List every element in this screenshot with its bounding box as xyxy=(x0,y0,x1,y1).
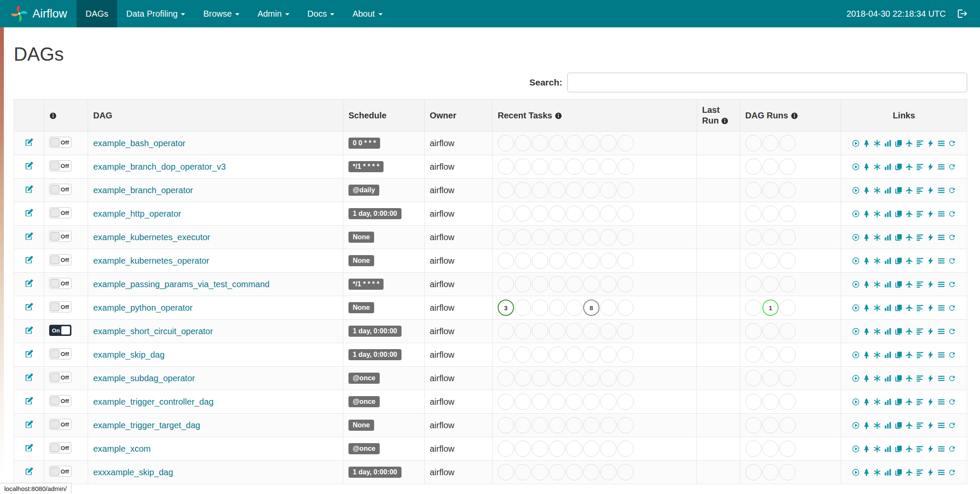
recent-task-circle[interactable] xyxy=(498,464,514,480)
dag-run-circle[interactable] xyxy=(779,206,796,222)
recent-task-circle[interactable] xyxy=(600,394,617,410)
recent-task-circle[interactable] xyxy=(566,300,582,316)
recent-task-circle[interactable] xyxy=(498,276,514,292)
code-view-link[interactable] xyxy=(927,210,935,218)
graph-view-link[interactable] xyxy=(873,398,881,406)
logs-link[interactable] xyxy=(937,280,945,288)
graph-view-link[interactable] xyxy=(873,374,881,382)
refresh-link[interactable] xyxy=(948,304,956,312)
task-tries-link[interactable] xyxy=(894,257,903,265)
gantt-view-link[interactable] xyxy=(916,327,924,335)
task-tries-link[interactable] xyxy=(894,186,903,194)
landing-times-link[interactable] xyxy=(905,398,913,406)
recent-task-circle[interactable] xyxy=(566,323,582,339)
task-duration-link[interactable] xyxy=(884,304,892,312)
dag-run-circle[interactable] xyxy=(745,394,762,410)
recent-task-circle[interactable] xyxy=(515,229,531,245)
gantt-view-link[interactable] xyxy=(916,304,924,312)
task-duration-link[interactable] xyxy=(884,351,892,359)
logs-link[interactable] xyxy=(937,327,945,335)
recent-task-circle[interactable] xyxy=(549,417,565,433)
edit-dag-button[interactable] xyxy=(24,373,34,382)
dag-run-circle[interactable] xyxy=(779,276,796,292)
recent-task-circle[interactable] xyxy=(617,464,634,480)
task-duration-link[interactable] xyxy=(884,445,892,453)
trigger-dag-link[interactable] xyxy=(852,233,860,241)
dag-pause-toggle[interactable]: Off xyxy=(49,184,71,195)
refresh-link[interactable] xyxy=(948,139,956,147)
recent-task-circle[interactable] xyxy=(515,417,531,433)
landing-times-link[interactable] xyxy=(905,210,913,218)
recent-task-circle[interactable] xyxy=(498,159,514,175)
dag-link[interactable]: example_bash_operator xyxy=(93,138,186,148)
trigger-dag-link[interactable] xyxy=(852,186,860,194)
dag-link[interactable]: example_trigger_target_dag xyxy=(93,420,200,430)
task-tries-link[interactable] xyxy=(894,445,903,453)
refresh-link[interactable] xyxy=(948,186,956,194)
task-duration-link[interactable] xyxy=(884,139,892,147)
task-tries-link[interactable] xyxy=(894,327,903,335)
refresh-link[interactable] xyxy=(948,351,956,359)
tree-view-link[interactable] xyxy=(862,257,871,265)
tree-view-link[interactable] xyxy=(862,280,871,288)
code-view-link[interactable] xyxy=(927,280,935,288)
trigger-dag-link[interactable] xyxy=(852,210,860,218)
dag-run-circle[interactable] xyxy=(745,276,762,292)
recent-task-circle[interactable] xyxy=(600,276,617,292)
recent-task-circle[interactable] xyxy=(549,276,565,292)
recent-task-circle[interactable] xyxy=(549,229,565,245)
landing-times-link[interactable] xyxy=(905,163,913,171)
recent-task-circle[interactable] xyxy=(515,464,531,480)
graph-view-link[interactable] xyxy=(873,139,881,147)
task-tries-link[interactable] xyxy=(894,304,903,312)
recent-task-circle[interactable] xyxy=(566,206,582,222)
dag-run-circle[interactable] xyxy=(745,441,762,457)
gantt-view-link[interactable] xyxy=(916,421,924,429)
landing-times-link[interactable] xyxy=(905,186,913,194)
nav-item-data-profiling[interactable]: Data Profiling xyxy=(117,0,194,27)
code-view-link[interactable] xyxy=(927,398,935,406)
recent-task-circle[interactable] xyxy=(549,300,565,316)
trigger-dag-link[interactable] xyxy=(852,280,860,288)
dag-pause-toggle[interactable]: Off xyxy=(49,301,71,312)
recent-task-circle[interactable] xyxy=(498,394,514,410)
recent-task-circle[interactable] xyxy=(549,206,565,222)
refresh-link[interactable] xyxy=(948,257,956,265)
recent-task-circle[interactable] xyxy=(498,323,514,339)
dag-pause-toggle[interactable]: Off xyxy=(49,254,71,265)
dag-link[interactable]: example_subdag_operator xyxy=(93,373,195,383)
recent-task-circle[interactable] xyxy=(498,417,514,433)
dag-pause-toggle[interactable]: Off xyxy=(49,419,71,430)
refresh-link[interactable] xyxy=(948,374,956,382)
recent-task-circle[interactable] xyxy=(617,253,634,269)
nav-item-browse[interactable]: Browse xyxy=(194,0,248,27)
logs-link[interactable] xyxy=(937,186,945,194)
dag-pause-toggle[interactable]: Off xyxy=(49,395,71,406)
recent-task-circle[interactable] xyxy=(617,441,634,457)
graph-view-link[interactable] xyxy=(873,421,881,429)
recent-task-circle[interactable] xyxy=(617,347,634,363)
dag-run-circle[interactable] xyxy=(745,135,762,151)
refresh-link[interactable] xyxy=(948,210,956,218)
tree-view-link[interactable] xyxy=(862,233,871,241)
recent-task-circle[interactable] xyxy=(583,206,599,222)
dag-run-circle[interactable] xyxy=(762,394,779,410)
dag-run-circle[interactable] xyxy=(745,159,762,175)
recent-task-circle[interactable] xyxy=(617,229,634,245)
recent-task-circle[interactable] xyxy=(515,182,531,198)
graph-view-link[interactable] xyxy=(873,257,881,265)
dag-run-circle[interactable] xyxy=(779,417,796,433)
dag-link[interactable]: example_kubernetes_executor xyxy=(93,232,210,242)
refresh-link[interactable] xyxy=(948,280,956,288)
logs-link[interactable] xyxy=(937,374,945,382)
gantt-view-link[interactable] xyxy=(916,186,924,194)
landing-times-link[interactable] xyxy=(905,257,913,265)
recent-task-circle[interactable] xyxy=(532,276,548,292)
landing-times-link[interactable] xyxy=(905,374,913,382)
logs-link[interactable] xyxy=(937,351,945,359)
recent-task-circle[interactable] xyxy=(566,276,582,292)
dag-run-circle[interactable]: 1 xyxy=(762,300,779,316)
dag-run-circle[interactable] xyxy=(779,253,796,269)
recent-task-circle[interactable] xyxy=(532,417,548,433)
code-view-link[interactable] xyxy=(927,468,935,476)
